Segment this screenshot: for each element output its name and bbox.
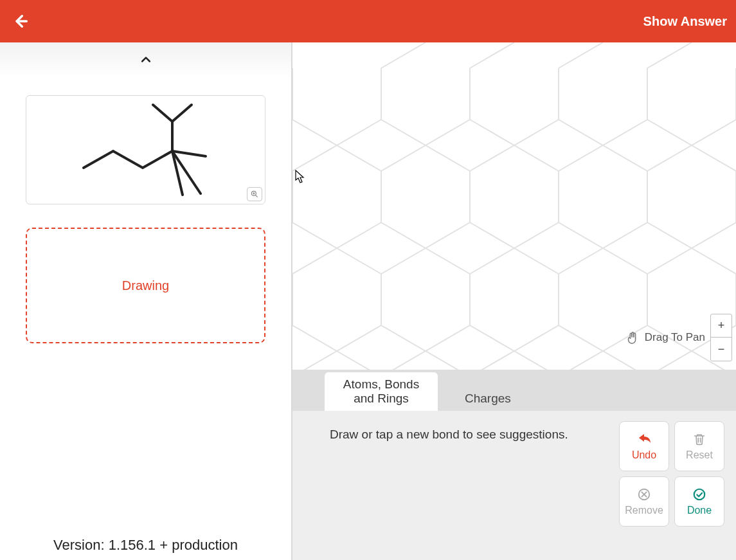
trash-icon (693, 432, 706, 446)
version-label: Version: 1.156.1 + production (0, 537, 291, 554)
zoom-in-button[interactable]: + (711, 314, 732, 338)
check-circle-icon (692, 487, 706, 501)
arrow-left-icon (12, 12, 30, 30)
drawing-canvas[interactable]: Drag To Pan + − (292, 42, 736, 370)
undo-label: Undo (632, 449, 656, 461)
drawing-dropzone[interactable]: Drawing (26, 228, 265, 343)
tool-palette: Atoms, Bonds and Rings Charges Draw or t… (292, 370, 736, 560)
svg-point-16 (694, 489, 705, 500)
chevron-up-icon (137, 53, 155, 66)
cursor-icon (295, 170, 305, 184)
drawing-label: Drawing (122, 278, 169, 293)
tab-charges-label: Charges (465, 392, 511, 405)
svg-line-4 (172, 151, 206, 156)
app-header: Show Answer (0, 0, 736, 42)
zoom-control: + − (710, 314, 732, 361)
tab-atoms-bonds-rings[interactable]: Atoms, Bonds and Rings (325, 372, 438, 411)
question-panel: Drawing Version: 1.156.1 + production (0, 42, 292, 560)
svg-line-3 (172, 105, 192, 122)
back-button[interactable] (12, 12, 30, 30)
tab-charges[interactable]: Charges (452, 386, 524, 411)
hex-grid (292, 42, 736, 370)
show-answer-button[interactable]: Show Answer (643, 14, 730, 29)
suggestion-hint: Draw or tap a new bond to see suggestion… (330, 421, 568, 560)
molecule-reference-card (26, 95, 265, 204)
done-label: Done (687, 505, 712, 516)
reset-button[interactable]: Reset (674, 421, 724, 471)
undo-button[interactable]: Undo (619, 421, 669, 471)
undo-icon (636, 433, 652, 446)
magnify-icon (250, 190, 259, 199)
remove-button[interactable]: Remove (619, 476, 669, 527)
reset-label: Reset (686, 449, 713, 461)
hand-icon (625, 330, 640, 345)
zoom-out-button[interactable]: − (711, 338, 732, 361)
svg-line-2 (153, 105, 172, 122)
tab-atoms-label: Atoms, Bonds and Rings (337, 377, 425, 406)
tool-tabs: Atoms, Bonds and Rings Charges (292, 370, 736, 411)
editor-panel: Drag To Pan + − Atoms, Bonds and Rings C… (292, 42, 736, 560)
remove-icon (637, 487, 651, 501)
remove-label: Remove (625, 505, 663, 516)
drag-to-pan-label: Drag To Pan (645, 331, 705, 344)
drag-to-pan-hint: Drag To Pan (625, 330, 705, 345)
svg-line-8 (256, 195, 258, 197)
done-button[interactable]: Done (674, 476, 724, 527)
collapse-strip[interactable] (0, 42, 291, 77)
molecule-zoom-button[interactable] (247, 187, 262, 201)
molecule-structure (59, 98, 233, 201)
